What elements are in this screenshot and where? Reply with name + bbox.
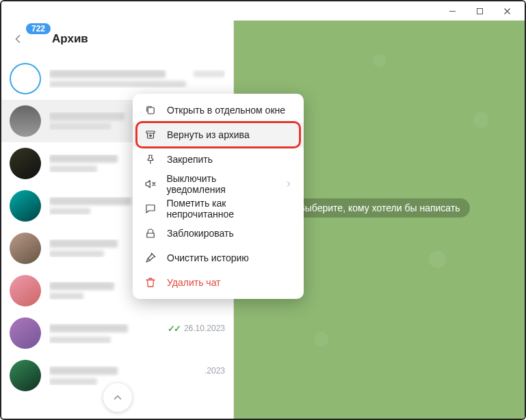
window-titlebar: [1, 1, 525, 21]
window-maximize-button[interactable]: [466, 1, 493, 21]
avatar: [10, 190, 41, 222]
ctx-block[interactable]: Заблокировать: [133, 221, 304, 246]
back-button[interactable]: [11, 32, 25, 46]
avatar: [10, 275, 41, 306]
ctx-pin[interactable]: Закрепить: [133, 147, 304, 172]
svg-rect-4: [148, 107, 154, 114]
scroll-to-top-button[interactable]: [103, 383, 132, 412]
window-minimize-button[interactable]: [438, 1, 466, 21]
ctx-delete[interactable]: Удалить чат: [133, 270, 304, 295]
ctx-clear-history[interactable]: Очистить историю: [133, 246, 304, 270]
avatar: [10, 233, 41, 264]
chat-icon: [144, 202, 157, 215]
avatar: [10, 360, 41, 391]
chat-item[interactable]: ✓✓ 26.10.2023: [1, 312, 233, 354]
pin-icon: [144, 153, 157, 166]
unread-badge: 722: [26, 23, 51, 34]
chat-date: .2023: [205, 366, 225, 376]
ctx-label: Вернуть из архива: [167, 129, 250, 140]
mute-icon: [144, 178, 157, 190]
read-checks-icon: ✓✓: [168, 324, 180, 334]
ctx-unarchive[interactable]: Вернуть из архива: [133, 122, 304, 147]
broom-icon: [144, 252, 157, 264]
avatar: [10, 63, 41, 94]
ctx-label: Выключить уведомления: [166, 173, 275, 195]
ctx-label: Закрепить: [167, 154, 213, 165]
ctx-open-separate[interactable]: Открыть в отдельном окне: [133, 98, 304, 122]
unarchive-icon: [144, 129, 157, 141]
ctx-label: Очистить историю: [167, 252, 249, 263]
chevron-right-icon: [285, 180, 293, 188]
context-menu: Открыть в отдельном окне Вернуть из архи…: [133, 94, 304, 299]
svg-rect-1: [477, 8, 482, 14]
empty-placeholder: Выберите, кому хотели бы написать: [289, 198, 469, 218]
ctx-label: Пометить как непрочитанное: [166, 198, 293, 220]
ctx-mark-unread[interactable]: Пометить как непрочитанное: [133, 196, 304, 221]
ctx-label: Открыть в отдельном окне: [167, 105, 285, 116]
window-close-button[interactable]: [493, 1, 521, 21]
new-window-icon: [144, 104, 157, 116]
archive-header: 722 Архив: [1, 21, 233, 57]
ctx-label: Удалить чат: [167, 277, 221, 288]
chat-date: 26.10.2023: [184, 324, 225, 333]
page-title: Архив: [52, 32, 88, 46]
ctx-mute[interactable]: Выключить уведомления: [133, 172, 304, 196]
svg-rect-5: [146, 131, 155, 133]
avatar: [10, 148, 41, 179]
avatar: [10, 317, 41, 349]
ctx-label: Заблокировать: [167, 228, 234, 239]
avatar: [10, 105, 41, 137]
trash-icon: [144, 276, 157, 289]
block-icon: [144, 227, 157, 239]
